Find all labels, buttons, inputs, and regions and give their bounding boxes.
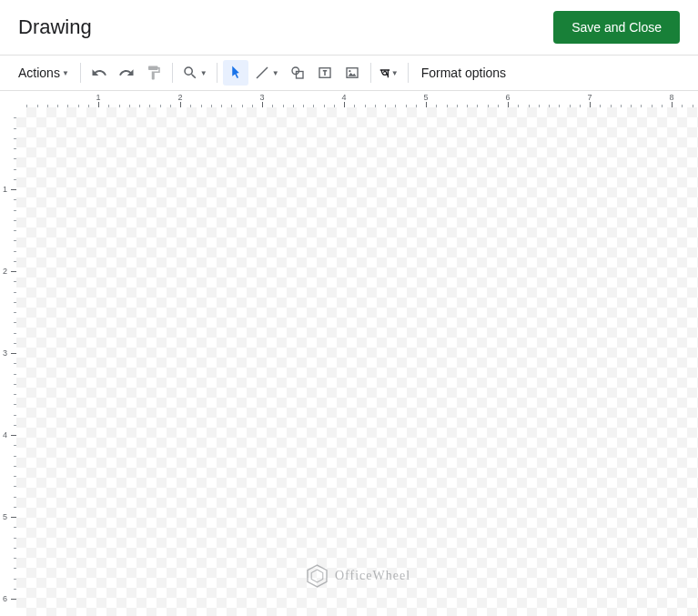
- chevron-down-icon: ▼: [200, 69, 207, 77]
- format-options-button[interactable]: Format options: [414, 60, 513, 86]
- shape-tool-button[interactable]: [285, 60, 310, 86]
- chevron-down-icon: ▼: [62, 69, 69, 77]
- shape-icon: [289, 65, 306, 81]
- watermark-text: OfficeWheel: [335, 569, 410, 583]
- svg-point-4: [349, 70, 350, 72]
- ruler-tick-label: 1: [3, 185, 7, 194]
- ruler-tick-label: 7: [587, 93, 592, 102]
- ruler-tick-label: 2: [177, 93, 182, 102]
- ruler-tick-label: 3: [3, 348, 7, 358]
- wordart-label: অ: [380, 65, 389, 81]
- line-icon: [254, 65, 270, 81]
- separator: [408, 63, 409, 83]
- dialog-title: Drawing: [18, 15, 92, 39]
- ruler-tick-label: 2: [3, 267, 7, 276]
- ruler-tick-label: 6: [3, 594, 7, 603]
- chevron-down-icon: ▼: [272, 69, 279, 77]
- format-options-label: Format options: [421, 66, 506, 80]
- separator: [80, 63, 81, 83]
- canvas-area: 12345678 123456 OfficeWheel: [0, 91, 698, 616]
- zoom-button[interactable]: ▼: [178, 60, 211, 86]
- image-tool-button[interactable]: [339, 60, 365, 86]
- ruler-tick-label: 8: [669, 93, 673, 102]
- select-tool-button[interactable]: [223, 60, 248, 86]
- svg-marker-5: [307, 565, 326, 587]
- redo-icon: [118, 65, 135, 81]
- officewheel-logo-icon: [304, 563, 329, 589]
- ruler-tick-label: 5: [3, 512, 7, 521]
- undo-icon: [91, 65, 107, 81]
- ruler-tick-label: 4: [341, 93, 346, 102]
- textbox-icon: [317, 65, 333, 81]
- actions-label: Actions: [18, 66, 60, 80]
- chevron-down-icon: ▼: [391, 69, 399, 77]
- ruler-tick-label: 3: [259, 93, 264, 102]
- paint-roller-icon: [146, 65, 162, 81]
- separator: [370, 63, 371, 83]
- vertical-ruler: 123456: [0, 107, 16, 616]
- cursor-icon: [228, 65, 244, 81]
- zoom-icon: [182, 65, 198, 81]
- ruler-tick-label: 4: [3, 430, 7, 439]
- textbox-tool-button[interactable]: [312, 60, 338, 86]
- save-and-close-button[interactable]: Save and Close: [553, 11, 680, 44]
- wordart-button[interactable]: অ ▼: [377, 60, 402, 86]
- undo-button[interactable]: [86, 60, 112, 86]
- dialog-header: Drawing Save and Close: [0, 0, 698, 55]
- ruler-tick-label: 5: [423, 93, 428, 102]
- image-icon: [344, 65, 360, 81]
- horizontal-ruler: 12345678: [16, 91, 698, 107]
- actions-menu-button[interactable]: Actions ▼: [13, 60, 75, 86]
- ruler-corner: [0, 91, 16, 107]
- paint-format-button[interactable]: [141, 60, 167, 86]
- svg-marker-6: [311, 570, 323, 582]
- ruler-tick-label: 6: [505, 93, 510, 102]
- drawing-canvas[interactable]: OfficeWheel: [16, 107, 698, 616]
- ruler-tick-label: 1: [96, 93, 100, 102]
- separator: [217, 63, 217, 83]
- svg-rect-1: [296, 72, 303, 79]
- toolbar: Actions ▼ ▼ ▼ অ ▼ Format options: [0, 55, 698, 91]
- redo-button[interactable]: [114, 60, 139, 86]
- watermark: OfficeWheel: [304, 563, 410, 589]
- line-tool-button[interactable]: ▼: [250, 60, 283, 86]
- svg-point-0: [292, 67, 299, 75]
- separator: [172, 63, 173, 83]
